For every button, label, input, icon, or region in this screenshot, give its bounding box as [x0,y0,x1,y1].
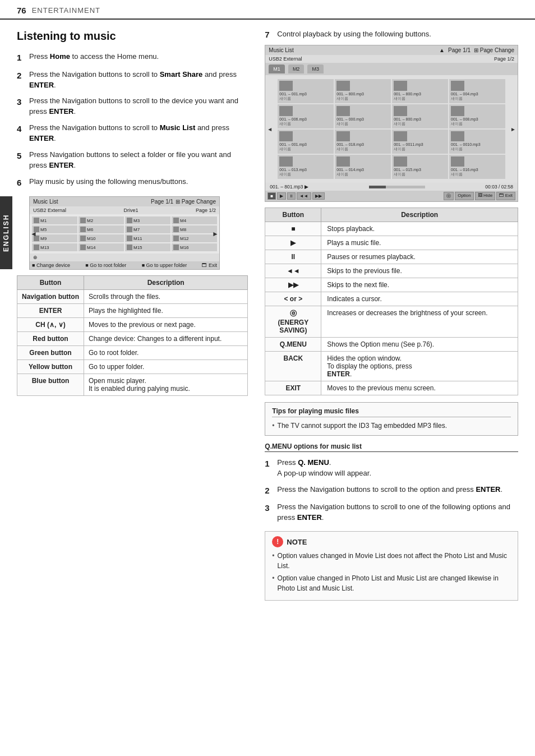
music-cell2-14: 001. – 014.mp3새이름 [335,155,391,179]
table-row: Green button Go to root folder. [17,346,248,360]
note-title: NOTE [287,538,307,546]
step-2: 2 Press the Navigation buttons to scroll… [17,70,248,91]
section-title: Listening to music [17,30,248,43]
step-7: 7 Control playback by using the followin… [265,30,518,39]
table-row: CH (∧, ∨) Moves to the previous or next … [17,318,248,332]
table-row: ▶▶ Skips to the next file. [265,278,518,292]
music-cell2-6: 001. – 000.mp3새이름 [335,104,391,128]
music-cell2-5: 001. – 006.mp3새이름 [278,104,334,128]
ctrl-upper: ■ Go to upper folder [142,262,187,268]
arrow-left-icon: ◄ [30,230,37,238]
step-3: 3 Press the Navigation buttons to scroll… [17,96,248,117]
table-row: ENTER Plays the highlighted file. [17,304,248,318]
music-ui-left-title: Music List [33,199,58,205]
music-ui-right-title: Music List [269,47,293,53]
table-row: ▶ Plays a music file. [265,236,518,250]
qmenu-step-1: 1 Press Q. MENU.A pop-up window will app… [265,458,518,479]
music-cell-8: M8 [172,225,217,233]
music-cell2-2: 001. – 800.mp3새이름 [335,79,391,103]
music-ui-right: Music List ▲ Page 1/1 ⊞ Page Change USB2… [265,45,518,202]
qmenu-step-3: 3 Press the Navigation buttons to scroll… [265,502,518,523]
music-cell-16: M16 [172,243,217,251]
button-desc-table-right: Button Description ■ Stops playback. ▶ P… [265,208,518,395]
pause-btn[interactable]: II [287,192,295,200]
col-button-r: Button [265,208,321,222]
page-header-title: ENTERTAINMENT [32,6,100,15]
music-cell2-12: 001. – 0010.mp3새이름 [449,130,505,154]
music-cell-12: M12 [172,234,217,242]
play-btn[interactable]: ▶ [277,192,286,200]
qmenu-steps: 1 Press Q. MENU.A pop-up window will app… [265,458,518,523]
music-cell-11: M11 [125,234,170,242]
button-desc-table-left: Button Description Navigation button Scr… [17,275,248,396]
step-6: 6 Play music by using the following menu… [17,177,248,189]
exit-btn[interactable]: 🗔 Exit [202,262,217,268]
next-btn[interactable]: ▶▶ [312,192,325,200]
table-row: Blue button Open music player.It is enab… [17,374,248,396]
table-row: Red button Change device: Changes to a d… [17,332,248,346]
qmenu-section-title: Q.MENU options for music list [265,442,518,452]
table-row: BACK Hides the option window.To display … [265,352,518,381]
tips-title: Tips for playing music files [272,407,511,417]
music-cell-6: M6 [79,225,124,233]
music-ui-left: Music List Page 1/1 ⊞ Page Change USB2 E… [29,196,220,270]
hide-btn[interactable]: 🖼 Hide [475,192,496,200]
sidebar-label: ENGLISH [0,196,12,269]
table-row: Navigation button Scrolls through the fi… [17,290,248,304]
music-cell-14: M14 [79,243,124,251]
tab-m1[interactable]: M1 [269,64,285,73]
music-ui-page-change: ⊞ Page Change [176,199,216,205]
qmenu-step-2: 2 Press the Navigation buttons to scroll… [265,485,518,497]
music-cell-9: M9 [32,234,77,242]
page-number: 76 [17,6,26,15]
prev-btn[interactable]: ◄◄ [297,192,311,200]
music-cell2-8: 001. – 008.mp3새이름 [449,104,505,128]
table-row: Yellow button Go to upper folder. [17,360,248,374]
music-cell2-3: 001. – 800.mp3새이름 [392,79,448,103]
option-btn[interactable]: Option [455,192,474,200]
tips-item-1: The TV cannot support the ID3 Tag embedd… [272,421,511,431]
steps-list-left: 1 Press Home to access the Home menu. 2 … [17,52,248,188]
music-cell-10: M10 [79,234,124,242]
music-ui-sub-left: USB2 External [33,208,66,213]
step-1: 1 Press Home to access the Home menu. [17,52,248,64]
music-cell2-13: 001. – 013.mp3새이름 [278,155,334,179]
tab-m2[interactable]: M2 [288,64,305,73]
step-4: 4 Press the Navigation buttons to scroll… [17,123,248,144]
table-row: Q.MENU Shows the Option menu (See p.76). [265,338,518,352]
music-grid-right: 001. – 001.mp3새이름 001. – 800.mp3새이름 001.… [272,77,511,181]
music-cell2-11: 001. – 0011.mp3새이름 [392,130,448,154]
right-column: 7 Control playback by using the followin… [259,20,518,601]
note-icon: ! [272,536,283,547]
note-item-2: Option value changed in Photo List and M… [272,573,511,593]
playbar-time: 00:03 / 02:58 [485,184,513,190]
table-row: ◄◄ Skips to the previous file. [265,264,518,278]
col-description-r: Description [321,208,518,222]
ctrl-root: ■ Go to root folder [85,262,126,268]
table-row: ⓔ (ENERGY SAVING) Increases or decreases… [265,306,518,338]
music-ui-right-sub: USB2 External [269,56,302,62]
music-cell-7: M7 [125,225,170,233]
table-row: < or > Indicates a cursor. [265,292,518,306]
playbar-icon: ⊕ [33,255,38,260]
music-cell-13: M13 [32,243,77,251]
main-content: Listening to music 1 Press Home to acces… [0,20,535,612]
music-cell-3: M3 [125,216,170,224]
table-row: EXIT Moves to the previous menu screen. [265,381,518,395]
music-cell2-9: 001. – 001.mp3새이름 [278,130,334,154]
energy-btn[interactable]: ⓔ [444,192,454,200]
music-cell2-15: 001. – 015.mp3새이름 [392,155,448,179]
col-button: Button [17,276,84,290]
music-cell2-1: 001. – 001.mp3새이름 [278,79,334,103]
music-grid-left: ◄ M1 M2 M3 M4 M5 M6 M7 M8 M9 M10 M11 M12… [30,214,219,253]
music-ui-page-indicator: Page 1/1 [151,199,173,205]
stop-btn[interactable]: ■ [268,192,276,200]
music-cell2-16: 001. – 016.mp3새이름 [449,155,505,179]
col-description: Description [84,276,248,290]
tab-m3[interactable]: M3 [307,64,324,73]
music-ui-sub-right: Page 1/2 [196,208,216,213]
music-cell-2: M2 [79,216,124,224]
music-cell2-10: 001. – 018.mp3새이름 [335,130,391,154]
table-row: ■ Stops playback. [265,222,518,236]
exit-btn-right[interactable]: 🗔 Exit [496,192,515,200]
